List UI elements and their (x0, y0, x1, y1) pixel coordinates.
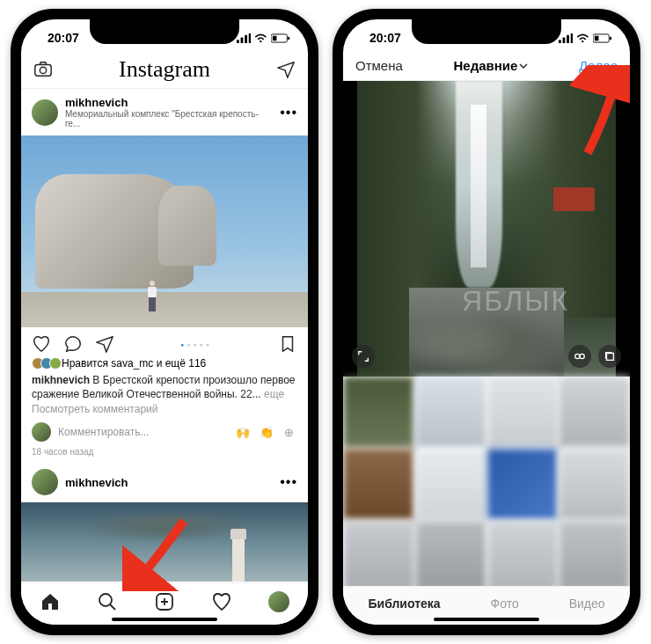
svg-rect-18 (567, 34, 569, 42)
svg-rect-19 (571, 33, 574, 43)
album-title: Недавние (453, 58, 517, 73)
likes-text: Нравится sava_mc и ещё 116 (62, 357, 206, 370)
wifi-icon (254, 33, 267, 43)
svg-rect-22 (610, 36, 611, 40)
screen-feed: 20:07 Instagram mikhnevich Мемориальный … (21, 19, 308, 625)
comment-icon[interactable] (63, 334, 83, 354)
post-username: mikhnevich (65, 96, 273, 109)
add-comment-row[interactable]: Комментировать... 🙌 👏 ⊕ (21, 417, 308, 447)
photo-thumbnail[interactable] (559, 377, 630, 448)
svg-point-20 (582, 40, 584, 42)
svg-rect-17 (562, 37, 565, 42)
tab-video[interactable]: Видео (569, 596, 605, 611)
svg-rect-26 (607, 354, 614, 361)
like-icon[interactable] (32, 334, 51, 354)
cancel-button[interactable]: Отмена (355, 58, 403, 73)
chevron-down-icon (519, 62, 528, 70)
status-icons (559, 33, 612, 43)
avatar[interactable] (32, 99, 58, 126)
next-button[interactable]: Далее (579, 58, 618, 73)
notch (90, 19, 239, 44)
screen-picker: 20:07 Отмена Недавние Далее ЯБЛЫК (343, 19, 630, 625)
svg-rect-6 (288, 36, 289, 40)
add-post-icon[interactable] (154, 591, 175, 612)
svg-rect-2 (245, 34, 247, 42)
search-icon[interactable] (97, 591, 118, 612)
svg-rect-0 (237, 40, 239, 43)
photo-grid (343, 377, 630, 591)
share-icon[interactable] (95, 334, 114, 354)
album-dropdown[interactable]: Недавние (453, 58, 528, 73)
view-comments-link[interactable]: Посмотреть комментарий (21, 401, 308, 417)
post-author[interactable]: mikhnevich Мемориальный комплекс "Брестс… (65, 96, 273, 128)
instagram-logo: Instagram (119, 56, 210, 83)
next-post-image[interactable] (21, 502, 308, 582)
quick-emoji[interactable]: 🙌 👏 ⊕ (236, 426, 297, 439)
signal-icon (237, 33, 252, 43)
photo-thumbnail[interactable] (343, 521, 414, 592)
app-header: Instagram (21, 51, 308, 89)
status-time: 20:07 (361, 31, 401, 45)
next-post-header: mikhnevich ••• (21, 462, 308, 502)
post-actions: ●●●●● (21, 327, 308, 357)
likes-row[interactable]: Нравится sava_mc и ещё 116 (21, 357, 308, 373)
activity-icon[interactable] (211, 591, 232, 612)
status-time: 20:07 (39, 31, 79, 45)
tab-photo[interactable]: Фото (491, 596, 519, 611)
battery-icon (593, 33, 612, 43)
multi-select-icon[interactable] (598, 345, 621, 368)
photo-thumbnail[interactable] (343, 377, 414, 448)
profile-tab[interactable] (268, 591, 289, 612)
svg-point-9 (40, 67, 46, 73)
caption-username[interactable]: mikhnevich (32, 374, 90, 386)
post-location: Мемориальный комплекс "Брестская крепост… (65, 109, 273, 128)
photo-thumbnail[interactable] (343, 449, 414, 520)
photo-thumbnail[interactable] (487, 449, 559, 520)
post-timestamp: 18 часов назад (21, 447, 308, 462)
svg-rect-8 (35, 65, 51, 77)
crop-expand-icon[interactable] (352, 345, 375, 368)
camera-icon[interactable] (33, 60, 53, 79)
home-icon[interactable] (40, 591, 61, 612)
svg-rect-3 (249, 33, 252, 43)
svg-point-24 (575, 354, 580, 358)
boomerang-icon[interactable] (568, 345, 591, 368)
phone-right: 20:07 Отмена Недавние Далее ЯБЛЫК (333, 9, 640, 635)
tab-library[interactable]: Библиотека (368, 596, 440, 611)
signal-icon (559, 33, 574, 43)
bookmark-icon[interactable] (278, 334, 297, 354)
post-header: mikhnevich Мемориальный комплекс "Брестс… (21, 89, 308, 135)
notch (412, 19, 561, 44)
caption-more[interactable]: еще (264, 388, 284, 400)
photo-thumbnail[interactable] (487, 521, 559, 592)
home-indicator (434, 618, 539, 621)
home-indicator (112, 618, 217, 621)
status-icons (237, 33, 290, 43)
picker-header: Отмена Недавние Далее (343, 51, 630, 81)
comment-placeholder: Комментировать... (58, 426, 149, 438)
svg-point-25 (580, 354, 584, 358)
phone-left: 20:07 Instagram mikhnevich Мемориальный … (11, 9, 318, 635)
post-caption: mikhnevich В Брестской крепости произошл… (21, 373, 308, 401)
post-image[interactable] (21, 135, 308, 327)
svg-rect-23 (595, 35, 599, 40)
svg-rect-7 (273, 35, 277, 40)
photo-thumbnail[interactable] (415, 449, 486, 520)
svg-point-4 (260, 40, 262, 42)
like-avatars (32, 357, 58, 370)
photo-thumbnail[interactable] (415, 521, 486, 592)
svg-rect-16 (559, 40, 561, 43)
svg-line-11 (110, 604, 115, 610)
more-icon[interactable]: ••• (280, 105, 297, 121)
photo-thumbnail[interactable] (415, 377, 486, 448)
wifi-icon (576, 33, 589, 43)
messages-icon[interactable] (276, 60, 296, 79)
photo-preview[interactable]: ЯБЛЫК (343, 81, 630, 377)
photo-thumbnail[interactable] (559, 449, 630, 520)
avatar[interactable] (32, 469, 58, 495)
photo-thumbnail[interactable] (559, 521, 630, 592)
photo-thumbnail[interactable] (487, 377, 559, 448)
watermark: ЯБЛЫК (462, 285, 569, 318)
more-icon[interactable]: ••• (280, 474, 297, 490)
post-username[interactable]: mikhnevich (65, 476, 128, 489)
